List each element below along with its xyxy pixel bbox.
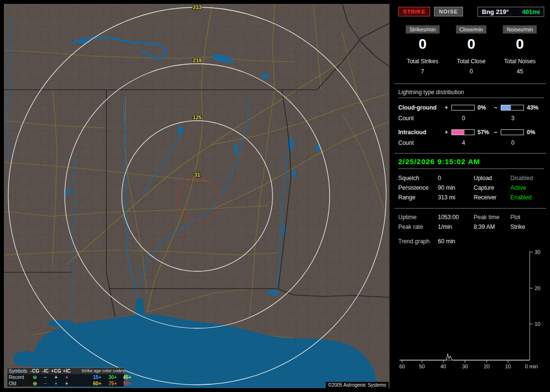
persistence-label: Persistence bbox=[398, 184, 438, 191]
peak-rate-value: 1/min bbox=[438, 224, 474, 230]
status-row: Squelch 0 Upload Disabled bbox=[398, 173, 544, 183]
old-pic-icon: + bbox=[61, 380, 72, 387]
total-noises: Total Noises 45 bbox=[495, 58, 544, 75]
total-strikes-label: Total Strikes bbox=[398, 58, 447, 65]
ic-minus-pct: 0% bbox=[525, 129, 544, 136]
cloud-ground-row: Cloud-ground + 0% − 43% bbox=[398, 102, 544, 113]
info-row: Peak rate 1/min 8:39 AM Strike bbox=[398, 222, 544, 232]
range-value: 313 mi bbox=[438, 194, 474, 201]
mode-toolbar: STRIKE NOISE Bng 219° 401mi bbox=[394, 6, 546, 17]
x-tick-30: 30 bbox=[462, 364, 468, 369]
map-canvas: 313 219 125 31 bbox=[4, 4, 390, 388]
x-tick-40: 40 bbox=[440, 364, 446, 369]
close-per-min: Close/min 0 bbox=[447, 25, 496, 52]
legend-row-label: Old bbox=[7, 380, 29, 387]
total-strikes-value: 7 bbox=[398, 68, 447, 75]
trend-chart: 30 20 10 0 min 60 50 40 30 20 10 bbox=[398, 248, 544, 376]
age-75: 75+ bbox=[105, 380, 120, 387]
close-per-min-value: 0 bbox=[447, 36, 496, 52]
trend-graph-label: Trend graph bbox=[398, 238, 438, 245]
origin-tick: 0 min bbox=[525, 364, 538, 369]
upload-label: Upload bbox=[474, 175, 510, 182]
map-legend: Symbols -CG -IC +CG +IC Strike age color… bbox=[7, 367, 125, 387]
ic-minus-count: 0 bbox=[501, 140, 525, 146]
range-label-125: 125 bbox=[193, 114, 202, 120]
noises-per-min-value: 0 bbox=[495, 36, 544, 52]
recent-nic-icon: − bbox=[40, 374, 51, 380]
recent-pcg-icon: + bbox=[51, 374, 61, 380]
age-45: 45+ bbox=[120, 374, 134, 380]
y-tick-20: 20 bbox=[535, 285, 540, 291]
rates-section: Strikes/min 0 Close/min 0 Noises/min 0 T… bbox=[394, 25, 546, 84]
strikes-per-min: Strikes/min 0 bbox=[398, 25, 447, 52]
legend-col-pcg: +CG bbox=[51, 368, 61, 374]
peak-time-value: 8:39 AM bbox=[474, 224, 510, 230]
range-label-313: 313 bbox=[193, 4, 202, 10]
legend-header-row: Symbols -CG -IC +CG +IC Strike age color… bbox=[7, 368, 124, 374]
sidebar: STRIKE NOISE Bng 219° 401mi Strikes/min … bbox=[394, 4, 546, 388]
plot-value: Strike bbox=[510, 224, 544, 230]
age-60: 60+ bbox=[89, 380, 105, 387]
strikes-per-min-value: 0 bbox=[398, 36, 447, 52]
peak-time-label: Peak time bbox=[474, 214, 510, 221]
total-close-label: Total Close bbox=[447, 58, 496, 65]
capture-label: Capture bbox=[474, 184, 510, 191]
persistence-value: 90 min bbox=[438, 184, 474, 191]
age-30: 30+ bbox=[105, 374, 120, 380]
ic-plus-bar bbox=[451, 129, 475, 135]
legend-row-label: Recent bbox=[7, 374, 29, 380]
peak-rate-label: Peak rate bbox=[398, 224, 438, 230]
distribution-section: Lightning type distribution Cloud-ground… bbox=[394, 84, 546, 154]
range-label-219: 219 bbox=[193, 57, 202, 63]
lightning-map[interactable]: 313 219 125 31 Symbols -CG -IC +CG +IC S… bbox=[4, 4, 390, 388]
chart-axes bbox=[399, 251, 533, 363]
total-close: Total Close 0 bbox=[447, 58, 496, 75]
range-label: Range bbox=[398, 194, 438, 201]
info-section: Uptime 1053:00 Peak time Plot Peak rate … bbox=[394, 209, 546, 376]
plot-label: Plot bbox=[510, 214, 544, 221]
old-nic-icon: − bbox=[40, 380, 51, 387]
range-label-31: 31 bbox=[194, 172, 200, 178]
bearing-readout: Bng 219° 401mi bbox=[478, 7, 544, 17]
plus-sign: + bbox=[445, 104, 451, 111]
total-noises-value: 45 bbox=[495, 68, 544, 75]
legend-col-pic: +IC bbox=[61, 368, 72, 374]
status-row: Persistence 90 min Capture Active bbox=[398, 183, 544, 193]
status-row: Range 313 mi Receiver Enabled bbox=[398, 193, 544, 202]
noises-per-min: Noises/min 0 bbox=[495, 25, 544, 52]
bearing-distance: 401mi bbox=[522, 8, 540, 15]
plus-sign: + bbox=[445, 129, 451, 136]
close-per-min-label: Close/min bbox=[456, 25, 487, 34]
datetime-display: 2/25/2026 9:15:02 AM bbox=[398, 157, 544, 169]
minus-sign: − bbox=[494, 129, 501, 136]
uptime-value: 1053:00 bbox=[438, 214, 474, 221]
noises-per-min-label: Noises/min bbox=[503, 25, 536, 34]
upload-status: Disabled bbox=[510, 175, 544, 182]
trend-graph-header: Trend graph 60 min bbox=[398, 237, 544, 246]
bearing-label: Bng 219° bbox=[482, 8, 509, 15]
age-90: 90+ bbox=[120, 380, 134, 387]
receiver-label: Receiver bbox=[474, 194, 510, 201]
minus-sign: − bbox=[494, 104, 501, 111]
noise-mode-button[interactable]: NOISE bbox=[434, 7, 463, 16]
status-grid: Squelch 0 Upload Disabled Persistence 90… bbox=[398, 173, 544, 202]
legend-age-header: Strike age color codes bbox=[72, 368, 134, 374]
old-ncg-icon: ⊖ bbox=[29, 380, 40, 387]
cg-minus-count: 3 bbox=[501, 115, 525, 122]
cg-plus-pct: 0% bbox=[476, 104, 494, 111]
strike-mode-button[interactable]: STRIKE bbox=[398, 7, 430, 16]
strikes-per-min-label: Strikes/min bbox=[405, 25, 439, 34]
uptime-label: Uptime bbox=[398, 214, 438, 221]
total-strikes: Total Strikes 7 bbox=[398, 58, 447, 75]
trend-graph-duration: 60 min bbox=[438, 238, 544, 245]
x-tick-60: 60 bbox=[399, 364, 405, 369]
recent-pic-icon: + bbox=[61, 374, 72, 380]
count-label: Count bbox=[398, 115, 445, 122]
old-pcg-icon: + bbox=[51, 380, 61, 387]
x-tick-50: 50 bbox=[419, 364, 425, 369]
ic-minus-bar bbox=[501, 129, 524, 135]
chart-tick-labels: 30 20 10 0 min 60 50 40 30 20 10 bbox=[399, 249, 540, 369]
total-close-value: 0 bbox=[447, 68, 496, 75]
legend-col-nic: -IC bbox=[40, 368, 51, 374]
legend-recent-row: Recent ⊖ − + + 15+ 30+ 45+ bbox=[7, 374, 124, 380]
